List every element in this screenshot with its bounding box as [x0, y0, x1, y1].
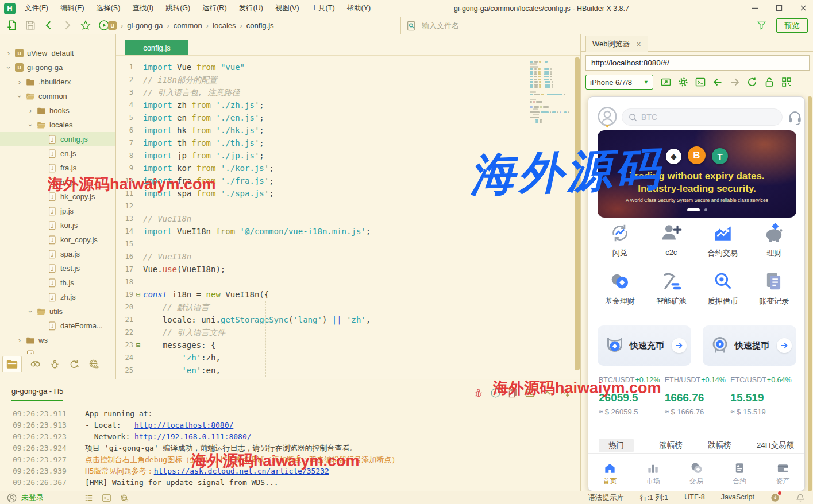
filter-icon[interactable]	[756, 20, 767, 31]
nav-market[interactable]: 市场	[631, 455, 675, 491]
files-tab-button[interactable]	[2, 356, 22, 372]
star-button[interactable]	[79, 19, 92, 32]
menu-item-6[interactable]: 运行(R)	[200, 2, 229, 14]
tree-item-hk_copy.js[interactable]: hk_copy.js	[0, 189, 115, 204]
console-link[interactable]: https://ask.dcloud.net.cn/article/35232	[154, 466, 329, 477]
update-icon[interactable]	[770, 493, 780, 502]
back-button[interactable]	[43, 19, 55, 32]
app-grid-pledge[interactable]: 质押借币	[697, 270, 749, 307]
device-selector[interactable]: iPhone 6/7/8 ▼	[585, 75, 653, 90]
editor-tab-config-js[interactable]: config.js	[125, 40, 188, 55]
app-grid-fund[interactable]: 基金理财	[594, 270, 646, 307]
app-grid-contract-trade[interactable]: 合约交易	[697, 222, 749, 258]
menu-item-4[interactable]: 查找(I)	[130, 2, 156, 14]
console-link[interactable]: http://192.168.0.111:8080/	[134, 431, 252, 443]
user-icon[interactable]	[7, 493, 17, 503]
preview-icon[interactable]	[120, 493, 129, 503]
breadcrumb-item-gi-gong-ga[interactable]: gi-gong-ga	[127, 21, 163, 30]
tree-item-spa.js[interactable]: spa.js	[0, 247, 115, 261]
sync-tab-button[interactable]	[68, 359, 80, 370]
login-status[interactable]: 未登录	[21, 493, 44, 503]
code-editor[interactable]: config.js 1import Vue from "vue"2// i18n…	[116, 34, 580, 379]
settings-button[interactable]	[677, 76, 689, 88]
ticker-BTC/USDT[interactable]: BTC/USDT+0.12%26059.5≈ $ 26059.5	[599, 376, 665, 416]
menu-item-1[interactable]: 文件(F)	[22, 2, 51, 14]
tree-item-zh.js[interactable]: zh.js	[0, 290, 115, 304]
run-button[interactable]	[490, 387, 501, 398]
bell-icon[interactable]	[796, 493, 805, 502]
app-grid-wealth[interactable]: 理财	[749, 222, 800, 258]
tree-item-en.js[interactable]: en.js	[0, 146, 115, 161]
collapse-button[interactable]	[542, 387, 553, 398]
tree-item-kor_copy.js[interactable]: kor_copy.js	[0, 232, 115, 247]
menu-item-3[interactable]: 选择(S)	[94, 2, 123, 14]
market-tab-24H交易额[interactable]: 24H交易额	[757, 440, 794, 451]
close-button[interactable]	[799, 4, 807, 12]
nav-home[interactable]: 首页	[588, 455, 631, 491]
clear-button[interactable]	[559, 387, 570, 398]
tree-item-common[interactable]: ›common	[0, 89, 115, 103]
save-button[interactable]	[24, 19, 37, 32]
refresh-button[interactable]	[746, 76, 758, 88]
console-link[interactable]: http://localhost:8080/	[134, 420, 233, 431]
minimap[interactable]	[530, 61, 573, 124]
maximize-button[interactable]	[775, 4, 783, 12]
code-lines[interactable]: 1import Vue from "vue"2// i18n部分的配置3// 引…	[116, 61, 580, 377]
tree-item-dateForma...[interactable]: dateForma...	[0, 319, 115, 333]
lock-button[interactable]	[764, 76, 775, 88]
qrcode-button[interactable]	[781, 76, 792, 88]
tree-item-jp.js[interactable]: jp.js	[0, 204, 115, 218]
nav-contract[interactable]: 合约	[718, 455, 761, 491]
editor-scrollbar[interactable]	[575, 57, 580, 370]
panel-scrollbar[interactable]	[808, 96, 812, 491]
app-grid-records[interactable]: 账变记录	[749, 270, 800, 307]
forward-button[interactable]	[729, 76, 741, 88]
browser-tab-button[interactable]	[88, 359, 100, 370]
tree-item-ws[interactable]: ›ws	[0, 333, 115, 347]
arrow-right-icon[interactable]	[672, 338, 687, 353]
copy-button[interactable]	[507, 387, 518, 398]
terminal-icon[interactable]	[102, 493, 111, 503]
console-tab[interactable]: gi-gong-ga - H5	[11, 387, 63, 401]
phone-preview[interactable]: ◆BT Trading without expiry dates. Indust…	[588, 96, 805, 491]
breadcrumb-item-common[interactable]: common	[174, 21, 202, 30]
tree-item-fra.js[interactable]: fra.js	[0, 161, 115, 175]
debug-tab-button[interactable]	[49, 359, 61, 370]
fold-marker-icon[interactable]: ⊟	[133, 339, 143, 351]
forward-button[interactable]	[61, 19, 74, 32]
browser-tab[interactable]: Web浏览器 ×	[585, 36, 648, 52]
promo-banner[interactable]: ◆BT Trading without expiry dates. Indust…	[598, 130, 796, 218]
tree-item-kor.js[interactable]: kor.js	[0, 218, 115, 232]
fold-marker-icon[interactable]: ⊟	[133, 288, 143, 301]
back-button[interactable]	[712, 76, 723, 88]
app-search-bar[interactable]	[622, 108, 783, 126]
ticker-ETC/USDT[interactable]: ETC/USDT+0.64%15.519≈ $ 15.519	[730, 376, 796, 416]
outline-icon[interactable]	[84, 493, 94, 503]
file-search-box[interactable]	[400, 17, 772, 34]
market-tab-涨幅榜[interactable]: 涨幅榜	[659, 440, 683, 451]
ticker-ETH/USDT[interactable]: ETH/USDT+0.14%1666.76≈ $ 1666.76	[665, 376, 731, 416]
avatar[interactable]	[596, 106, 618, 128]
app-grid-flash-exchange[interactable]: 闪兑	[594, 222, 646, 258]
tree-item-th.js[interactable]: th.js	[0, 276, 115, 290]
carousel-indicator[interactable]	[598, 208, 796, 211]
breadcrumb-item-locales[interactable]: locales	[213, 21, 236, 30]
tree-item-hooks[interactable]: ›hooks	[0, 103, 115, 118]
file-search-input[interactable]	[422, 21, 752, 30]
preview-button[interactable]: 预览	[776, 18, 808, 33]
quick-card-withdraw[interactable]: 快速提币	[703, 325, 796, 366]
support-headset-icon[interactable]	[787, 110, 803, 125]
tree-item-.hbuilderx[interactable]: ›.hbuilderx	[0, 75, 115, 89]
app-grid-c2c[interactable]: c2c	[646, 222, 698, 258]
menu-item-9[interactable]: 工具(T)	[309, 2, 337, 14]
breadcrumb-item-config.js[interactable]: config.js	[246, 21, 274, 30]
new-file-button[interactable]	[6, 19, 18, 32]
market-tab-热门[interactable]: 热门	[599, 439, 634, 452]
nav-assets[interactable]: 资产	[761, 455, 804, 491]
tree-item-config.js[interactable]: config.js	[0, 132, 115, 146]
tree-item-hk.js[interactable]: hk.js	[0, 175, 115, 189]
tree-item-utils[interactable]: ›utils	[0, 304, 115, 319]
app-search-input[interactable]	[641, 113, 776, 122]
debug-button[interactable]	[473, 387, 484, 398]
tree-item-gi-gong-ga[interactable]: ›ugi-gong-ga	[0, 60, 115, 75]
